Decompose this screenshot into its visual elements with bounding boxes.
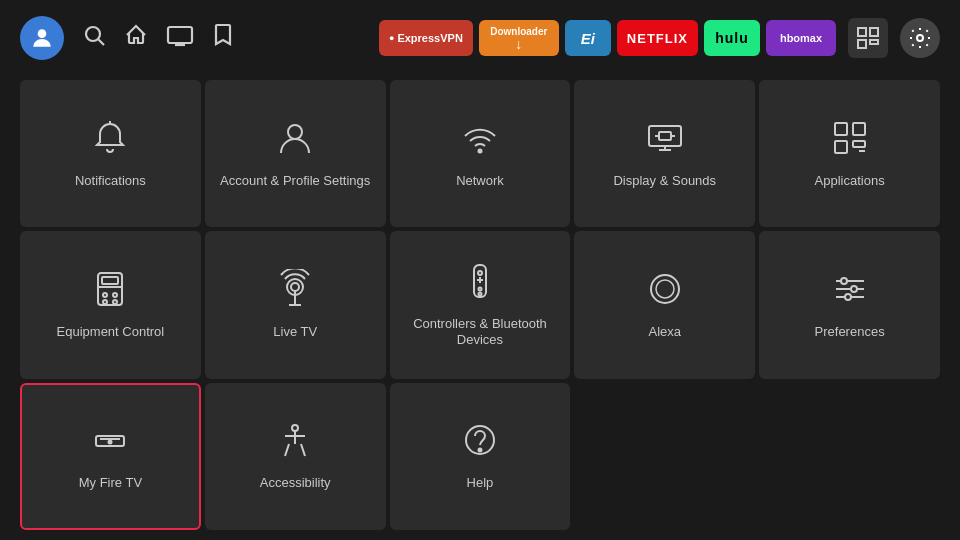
svg-point-59	[478, 449, 481, 452]
tile-alexa[interactable]: Alexa	[574, 231, 755, 378]
tile-my-fire-tv[interactable]: My Fire TV	[20, 383, 201, 530]
svg-point-50	[851, 286, 857, 292]
home-icon[interactable]	[124, 23, 148, 53]
settings-button[interactable]	[900, 18, 940, 58]
svg-rect-18	[659, 132, 671, 140]
tile-empty-2	[759, 383, 940, 530]
tile-notifications[interactable]: Notifications	[20, 80, 201, 227]
wifi-icon	[460, 118, 500, 163]
svg-rect-7	[870, 28, 878, 36]
svg-point-49	[841, 278, 847, 284]
svg-point-55	[292, 425, 298, 431]
search-icon[interactable]	[82, 23, 106, 53]
display-icon	[645, 118, 685, 163]
tile-live-tv[interactable]: Live TV	[205, 231, 386, 378]
svg-point-13	[288, 125, 302, 139]
tile-accessibility[interactable]: Accessibility	[205, 383, 386, 530]
antenna-icon	[275, 269, 315, 314]
tile-help[interactable]: Help	[390, 383, 571, 530]
tile-applications-label: Applications	[815, 173, 885, 190]
app-netflix[interactable]: NETFLIX	[617, 20, 698, 56]
svg-rect-23	[835, 141, 847, 153]
svg-point-54	[109, 441, 112, 444]
svg-point-0	[38, 29, 47, 38]
svg-point-51	[845, 294, 851, 300]
app-downloader[interactable]: Downloader ↓	[479, 20, 559, 56]
svg-rect-3	[168, 27, 192, 43]
tile-controllers-label: Controllers & Bluetooth Devices	[400, 316, 561, 350]
svg-point-14	[478, 149, 481, 152]
app-ei[interactable]: Ei	[565, 20, 611, 56]
tile-account-profile[interactable]: Account & Profile Settings	[205, 80, 386, 227]
settings-grid: Notifications Account & Profile Settings…	[0, 76, 960, 540]
tile-display-sounds[interactable]: Display & Sounds	[574, 80, 755, 227]
tile-livetv-label: Live TV	[273, 324, 317, 341]
remote-icon	[460, 261, 500, 306]
nav-apps: ● ExpressVPN Downloader ↓ Ei NETFLIX hul…	[379, 20, 836, 56]
tile-empty-1	[574, 383, 755, 530]
tile-accessibility-label: Accessibility	[260, 475, 331, 492]
nav-left	[20, 16, 234, 60]
svg-point-45	[656, 280, 674, 298]
tile-applications[interactable]: Applications	[759, 80, 940, 227]
accessibility-icon	[275, 420, 315, 465]
svg-rect-6	[858, 28, 866, 36]
help-icon	[460, 420, 500, 465]
firetv-icon	[90, 420, 130, 465]
person-icon	[275, 118, 315, 163]
svg-point-43	[478, 292, 481, 295]
tile-controllers-bluetooth[interactable]: Controllers & Bluetooth Devices	[390, 231, 571, 378]
svg-point-1	[86, 27, 100, 41]
svg-rect-22	[853, 123, 865, 135]
svg-rect-29	[102, 277, 118, 284]
svg-point-42	[478, 287, 481, 290]
tile-equipment-control[interactable]: Equipment Control	[20, 231, 201, 378]
tile-preferences[interactable]: Preferences	[759, 231, 940, 378]
svg-point-33	[113, 300, 117, 304]
bookmark-icon[interactable]	[212, 23, 234, 53]
svg-point-39	[478, 271, 482, 275]
tile-preferences-label: Preferences	[815, 324, 885, 341]
svg-rect-15	[649, 126, 681, 146]
tile-help-label: Help	[467, 475, 494, 492]
tile-display-label: Display & Sounds	[613, 173, 716, 190]
app-hbomax[interactable]: hbomax	[766, 20, 836, 56]
svg-point-30	[103, 293, 107, 297]
tv-remote-icon	[90, 269, 130, 314]
tv-icon[interactable]	[166, 23, 194, 53]
svg-point-11	[917, 35, 923, 41]
tile-alexa-label: Alexa	[649, 324, 682, 341]
tile-account-label: Account & Profile Settings	[220, 173, 370, 190]
svg-line-2	[99, 40, 105, 46]
tile-equipment-label: Equipment Control	[57, 324, 165, 341]
svg-point-31	[113, 293, 117, 297]
svg-rect-8	[858, 40, 866, 48]
tile-myfiretv-label: My Fire TV	[79, 475, 142, 492]
avatar[interactable]	[20, 16, 64, 60]
tile-network-label: Network	[456, 173, 504, 190]
bell-icon	[90, 118, 130, 163]
grid-view-button[interactable]	[848, 18, 888, 58]
alexa-icon	[645, 269, 685, 314]
app-hulu[interactable]: hulu	[704, 20, 760, 56]
tile-notifications-label: Notifications	[75, 173, 146, 190]
sliders-icon	[830, 269, 870, 314]
svg-rect-21	[835, 123, 847, 135]
tile-network[interactable]: Network	[390, 80, 571, 227]
svg-point-35	[291, 283, 299, 291]
svg-point-32	[103, 300, 107, 304]
svg-point-44	[651, 275, 679, 303]
top-nav: ● ExpressVPN Downloader ↓ Ei NETFLIX hul…	[0, 0, 960, 76]
apps-grid-icon	[830, 118, 870, 163]
app-expressvpn[interactable]: ● ExpressVPN	[379, 20, 473, 56]
